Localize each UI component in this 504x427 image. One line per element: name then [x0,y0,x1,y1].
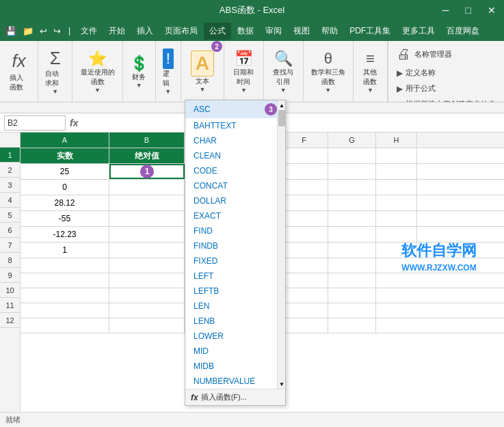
cell-h2[interactable] [376,164,417,179]
dropdown-item-lower[interactable]: LOWER [185,329,285,344]
minimize-button[interactable]: ─ [437,5,455,16]
cell-a6[interactable]: -12.23 [21,227,109,242]
cell-a4[interactable]: 28.12 [21,195,109,210]
dropdown-item-mid[interactable]: MID [185,344,285,359]
maximize-button[interactable]: □ [460,5,477,16]
row-header-2[interactable]: 2 [0,163,20,178]
dropdown-item-fixed[interactable]: FIXED [185,253,285,268]
cell-b6[interactable] [109,227,185,242]
use-formula-button[interactable]: ▶ 用于公式 [394,82,499,95]
cell-f5[interactable] [280,211,328,226]
row-header-10[interactable]: 10 [0,283,20,298]
col-header-a[interactable]: A [21,133,109,148]
math-dropdown-icon[interactable]: ▼ [325,87,331,94]
finance-button[interactable]: 💲 财务 ▼ [127,44,151,99]
dropdown-item-lenb[interactable]: LENB [185,314,285,329]
menu-item-more[interactable]: 更多工具 [397,23,440,40]
cell-f1[interactable] [280,148,328,163]
formula-input[interactable] [82,118,500,128]
menu-item-insert[interactable]: 插入 [131,23,159,40]
dropdown-item-exact[interactable]: EXACT [185,208,285,223]
dropdown-footer[interactable]: fx 插入函数(F)... [185,389,285,405]
dropdown-item-len[interactable]: LEN [185,299,285,314]
open-icon[interactable]: 📁 [20,25,36,38]
menu-item-file[interactable]: 文件 [75,23,103,40]
menu-item-help[interactable]: 帮助 [316,23,343,40]
dropdown-item-concat[interactable]: CONCAT [185,178,285,193]
recent-dropdown-icon[interactable]: ▼ [94,87,101,94]
dropdown-item-char[interactable]: CHAR [185,133,285,148]
math-button[interactable]: θ 数学和三角函数 ▼ [308,44,349,99]
dropdown-item-find[interactable]: FIND [185,223,285,238]
row-header-3[interactable]: 3 [0,178,20,193]
cell-g1[interactable] [328,148,376,163]
cell-b3[interactable] [109,180,185,195]
menu-item-home[interactable]: 开始 [103,23,131,40]
dropdown-scrollbar[interactable]: ▲ ▼ [277,100,285,389]
cell-b4[interactable] [109,195,185,210]
dropdown-item-bahttext[interactable]: BAHTTEXT [185,118,285,133]
cell-b7[interactable] [109,243,185,258]
dropdown-item-findb[interactable]: FINDB [185,238,285,253]
cell-g2[interactable] [328,164,376,179]
cell-h3[interactable] [376,180,417,195]
row-header-6[interactable]: 6 [0,223,20,238]
cell-f3[interactable] [280,180,328,195]
cell-g3[interactable] [328,180,376,195]
row-header-4[interactable]: 4 [0,193,20,208]
text-button[interactable]: A 文本 ▼ 2 [185,44,220,99]
cell-a2[interactable]: 25 [21,164,109,179]
row-header-7[interactable]: 7 [0,238,20,253]
row-header-12[interactable]: 12 [0,313,20,328]
cell-g4[interactable] [328,195,376,210]
cell-g6[interactable] [328,227,376,242]
cell-g7[interactable] [328,243,376,258]
dropdown-item-asc[interactable]: ASC 3 [185,100,285,118]
logic-dropdown-icon[interactable]: ▼ [165,88,171,95]
cell-f2[interactable] [280,164,328,179]
save-icon[interactable]: 💾 [3,25,19,38]
cell-b5[interactable] [109,211,185,226]
autosum-button[interactable]: Σ 自动求和 ▼ [42,44,68,99]
row-header-1[interactable]: 1 [0,148,20,163]
menu-item-pdf[interactable]: PDF工具集 [344,23,396,40]
lookup-dropdown-icon[interactable]: ▼ [280,87,287,94]
define-name-button[interactable]: ▶ 定义名称 [394,66,499,79]
cell-h4[interactable] [376,195,417,210]
other-functions-button[interactable]: ≡ 其他函数 ▼ [358,44,383,99]
cell-b1[interactable]: 绝对值 [109,148,185,163]
menu-item-formula[interactable]: 公式 [204,23,231,40]
lookup-button[interactable]: 🔍 查找与引用 ▼ [268,44,299,99]
cell-h1[interactable] [376,148,417,163]
scrollbar-down-arrow[interactable]: ▼ [278,380,285,388]
row-header-8[interactable]: 8 [0,253,20,268]
create-name-button[interactable]: ▶ 根据所选内容创建定义的名称 [394,98,499,102]
cell-h5[interactable] [376,211,417,226]
dropdown-item-clean[interactable]: CLEAN [185,148,285,163]
cell-f4[interactable] [280,195,328,210]
cell-b2[interactable]: 1 [109,164,185,179]
undo-icon[interactable]: ↩ [37,25,50,38]
redo-icon[interactable]: ↪ [51,25,64,38]
row-header-11[interactable]: 11 [0,298,20,313]
col-header-f[interactable]: F [280,133,328,148]
dropdown-item-numbervalue[interactable]: NUMBERVALUE [185,374,285,389]
col-header-b[interactable]: B [109,133,185,148]
col-header-g[interactable]: G [328,133,376,148]
menu-item-baidu[interactable]: 百度网盘 [441,23,485,40]
menu-item-data[interactable]: 数据 [232,23,259,40]
cell-g5[interactable] [328,211,376,226]
cell-a3[interactable]: 0 [21,180,109,195]
dropdown-item-code[interactable]: CODE [185,163,285,178]
dropdown-item-dollar[interactable]: DOLLAR [185,193,285,208]
dropdown-item-left[interactable]: LEFT [185,268,285,284]
menu-item-view[interactable]: 视图 [288,23,315,40]
text-dropdown-icon[interactable]: ▼ [199,86,205,93]
logic-button[interactable]: ! 逻辑 ▼ [160,44,176,99]
name-manager-button[interactable]: 🖨 名称管理器 [394,45,499,64]
recent-functions-button[interactable]: ⭐ 最近使用的函数 ▼ [77,44,118,99]
datetime-button[interactable]: 📅 日期和时间 ▼ [228,44,259,99]
other-dropdown-icon[interactable]: ▼ [367,87,373,94]
insert-function-button[interactable]: fx 插入函数 [4,44,34,99]
scrollbar-thumb[interactable] [278,110,285,126]
